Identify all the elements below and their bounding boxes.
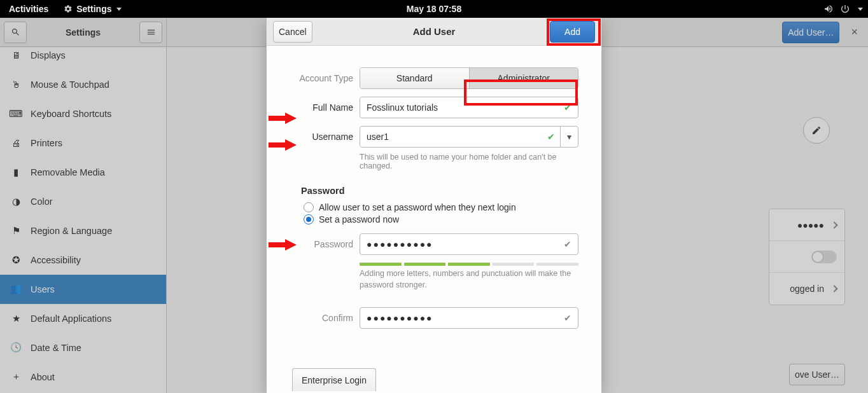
add-user-dialog: Cancel Add User Add Account Type Standar… [266,18,602,393]
password-hint: Adding more letters, numbers and punctua… [360,268,578,291]
account-type-standard[interactable]: Standard [360,68,470,88]
add-button[interactable]: Add [550,21,595,43]
dialog-title: Add User [413,26,456,37]
username-label: Username [290,132,353,142]
password-section-label: Password [301,186,578,196]
username-hint: This will be used to name your home fold… [360,153,578,170]
fullname-input[interactable]: Fosslinux tutorials ✔ [360,97,578,118]
radio-icon [304,214,314,224]
radio-next-login[interactable]: Allow user to set a password when they n… [304,202,578,212]
dialog-headerbar: Cancel Add User Add [267,18,601,46]
power-icon[interactable] [840,4,850,14]
app-menu[interactable]: Settings [57,0,128,18]
confirm-input[interactable]: ●●●●●●●●●● ✔ [360,307,578,329]
gear-icon [64,4,73,13]
chevron-down-icon [116,8,122,11]
clock[interactable]: May 18 07:58 [407,4,461,14]
cancel-button[interactable]: Cancel [273,21,312,43]
username-dropdown[interactable]: ▾ [560,127,578,147]
password-label: Password [290,239,353,249]
volume-icon[interactable] [823,4,834,14]
enterprise-login-button[interactable]: Enterprise Login [292,368,376,391]
check-icon: ✔ [564,313,571,323]
radio-set-now[interactable]: Set a password now [304,214,578,224]
password-strength-meter [360,263,578,266]
radio-icon [304,202,314,212]
account-type-toggle[interactable]: Standard Administrator [360,67,578,89]
chevron-down-icon [858,8,863,11]
check-icon: ✔ [564,239,571,249]
activities-button[interactable]: Activities [0,0,57,18]
account-type-label: Account Type [290,73,353,83]
app-menu-label: Settings [76,4,111,14]
account-type-administrator[interactable]: Administrator [470,68,578,88]
password-input[interactable]: ●●●●●●●●●● ✔ [360,233,578,255]
gnome-topbar: Activities Settings May 18 07:58 [0,0,868,18]
username-input[interactable]: user1 ✔ ▾ [360,126,578,148]
confirm-label: Confirm [290,313,353,323]
check-icon: ✔ [564,102,571,113]
fullname-label: Full Name [290,102,353,113]
check-icon: ✔ [547,132,555,142]
